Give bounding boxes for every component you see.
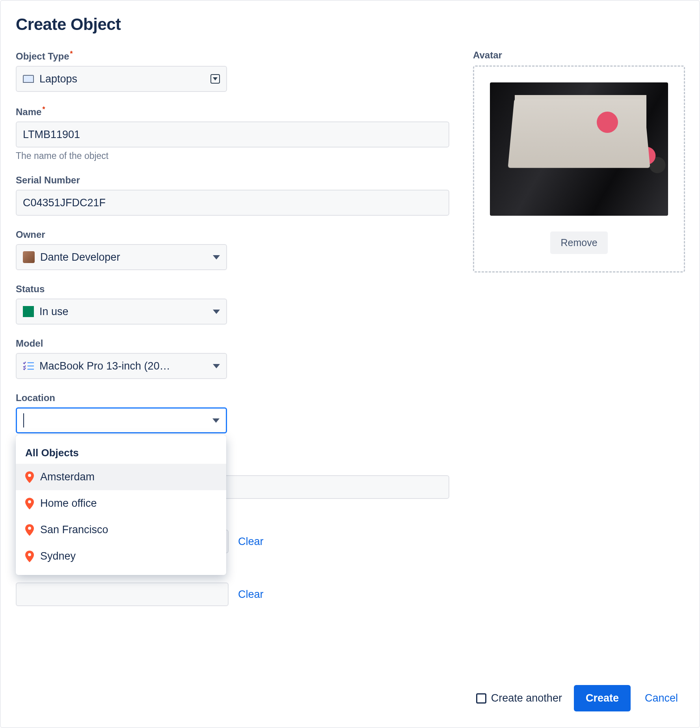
dialog-footer: Create another Create Cancel xyxy=(476,685,680,711)
location-label: Location xyxy=(16,392,449,403)
svg-point-4 xyxy=(28,500,31,503)
model-label: Model xyxy=(16,338,449,349)
name-value: LTMB11901 xyxy=(23,129,80,141)
svg-point-6 xyxy=(28,553,31,556)
object-type-label: Object Type* xyxy=(16,50,449,62)
location-select[interactable] xyxy=(16,407,227,433)
laptop-icon xyxy=(23,75,34,83)
create-object-dialog: Create Object Object Type* Laptops xyxy=(0,0,700,728)
hidden-select-2[interactable] xyxy=(16,582,229,606)
object-type-value: Laptops xyxy=(39,73,77,85)
status-label: Status xyxy=(16,284,449,295)
location-option-home-office[interactable]: Home office xyxy=(16,490,226,517)
location-option-san-francisco[interactable]: San Francisco xyxy=(16,517,226,543)
chevron-down-icon xyxy=(213,255,220,259)
user-avatar-icon xyxy=(23,251,35,263)
location-dropdown: All Objects Amsterdam Home office San Fr… xyxy=(16,435,226,575)
clear-button-2[interactable]: Clear xyxy=(238,588,264,601)
location-option-amsterdam[interactable]: Amsterdam xyxy=(16,464,226,490)
model-value: MacBook Pro 13-inch (20… xyxy=(39,360,170,372)
create-button[interactable]: Create xyxy=(574,685,631,711)
create-another-label: Create another xyxy=(491,692,562,704)
object-type-select[interactable]: Laptops xyxy=(16,66,227,92)
map-pin-icon xyxy=(25,551,34,562)
avatar-dropzone[interactable]: Remove xyxy=(473,65,685,273)
chevron-down-icon xyxy=(210,74,220,84)
name-help: The name of the object xyxy=(16,151,449,161)
name-label: Name* xyxy=(16,105,449,118)
avatar-image xyxy=(490,82,668,216)
cancel-button[interactable]: Cancel xyxy=(642,692,680,705)
svg-point-3 xyxy=(28,474,31,477)
dropdown-header: All Objects xyxy=(16,441,226,464)
map-pin-icon xyxy=(25,498,34,510)
model-select[interactable]: MacBook Pro 13-inch (20… xyxy=(16,353,227,379)
serial-input[interactable]: C04351JFDC21F xyxy=(16,190,449,216)
map-pin-icon xyxy=(25,524,34,536)
owner-label: Owner xyxy=(16,229,449,240)
checkbox-icon xyxy=(476,693,486,704)
serial-value: C04351JFDC21F xyxy=(23,197,106,209)
status-value: In use xyxy=(39,306,69,318)
status-select[interactable]: In use xyxy=(16,299,227,325)
chevron-down-icon xyxy=(213,364,220,368)
owner-value: Dante Developer xyxy=(40,251,120,263)
chevron-down-icon xyxy=(212,418,220,423)
clear-button-1[interactable]: Clear xyxy=(238,536,264,548)
owner-select[interactable]: Dante Developer xyxy=(16,244,227,270)
name-input[interactable]: LTMB11901 xyxy=(16,121,449,147)
svg-point-5 xyxy=(28,526,31,530)
status-color-icon xyxy=(23,306,34,317)
serial-label: Serial Number xyxy=(16,175,449,186)
chevron-down-icon xyxy=(213,310,220,314)
remove-avatar-button[interactable]: Remove xyxy=(550,231,607,254)
text-cursor-icon xyxy=(23,413,24,427)
avatar-label: Avatar xyxy=(473,50,685,61)
checklist-icon xyxy=(23,361,34,371)
create-another-checkbox[interactable]: Create another xyxy=(476,692,562,704)
map-pin-icon xyxy=(25,471,34,483)
location-option-sydney[interactable]: Sydney xyxy=(16,543,226,569)
page-title: Create Object xyxy=(16,15,684,34)
